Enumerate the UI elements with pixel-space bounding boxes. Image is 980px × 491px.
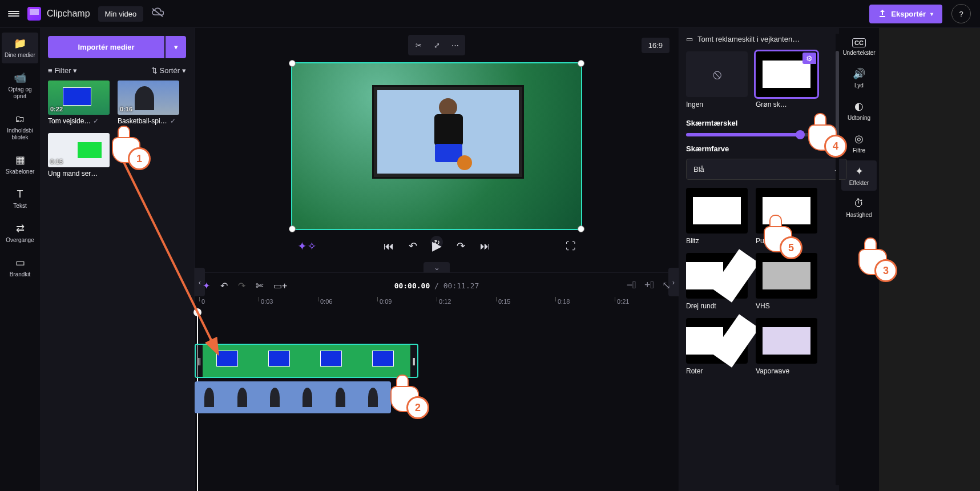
media-name: Ung mand ser…	[48, 170, 98, 178]
effect-vaporwave[interactable]: Vaporwave	[756, 318, 817, 375]
adjust-icon[interactable]: ⚙︎	[802, 53, 816, 64]
media-name: Basketball-spil…	[118, 117, 168, 125]
help-button[interactable]: ?	[951, 4, 971, 23]
left-nav-rail: 📁Dine medier 📹Optag og opret 🗂︎Indholdsb…	[0, 28, 40, 491]
cc-icon: CC	[852, 38, 866, 47]
properties-scrollbar[interactable]	[836, 34, 839, 485]
preview-canvas[interactable]: ↻	[291, 62, 582, 230]
timeline-clip[interactable]	[195, 381, 391, 413]
chevron-down-icon: ▾	[930, 11, 933, 17]
media-thumbnail: 0:16	[118, 81, 179, 115]
screen-color-dropdown[interactable]: Blå ⌄	[686, 159, 847, 180]
aspect-ratio-button[interactable]: 16:9	[642, 38, 670, 53]
play-button[interactable]: ▶	[432, 239, 442, 253]
skip-start-button[interactable]: ⏮	[384, 240, 394, 252]
nav-text[interactable]: TTekst	[2, 183, 38, 214]
tab-speed[interactable]: ⏱Hastighed	[841, 193, 877, 223]
fullscreen-button[interactable]: ⛶	[566, 240, 576, 252]
text-icon: T	[14, 188, 26, 200]
tab-filters[interactable]: ◎Filtre	[841, 128, 877, 158]
media-thumbnail: 0:22	[48, 81, 110, 115]
export-button[interactable]: Eksportér ▾	[869, 5, 942, 23]
effect-blitz[interactable]: Blitz	[686, 188, 748, 245]
effect-preset-greenscreen[interactable]: ⚙︎ Grøn sk…	[756, 51, 817, 108]
effect-thumbnail	[686, 318, 748, 364]
stage-more-button[interactable]: ⋯	[446, 36, 464, 54]
properties-panel: ▭ Tomt reklameskilt i vejkanten… ⦸ Ingen…	[679, 28, 839, 491]
media-panel: Importér medier ▾ ≡Filter▾ ⇅Sortér▾ 0:22…	[40, 28, 195, 491]
collapse-timeline-button[interactable]: ⌄	[424, 262, 450, 272]
selection-handle[interactable]	[289, 60, 296, 67]
nav-templates[interactable]: ▦Skabeloner	[2, 149, 38, 180]
nav-brandkit[interactable]: ▭Brandkit	[2, 252, 38, 283]
effect-drej-rundt[interactable]: Drej rundt	[686, 253, 748, 310]
check-icon: ✓	[170, 117, 176, 125]
clip-trim-right[interactable]: ‖	[410, 345, 417, 377]
effect-thumbnail	[686, 253, 748, 299]
skip-end-button[interactable]: ⏭	[480, 240, 490, 252]
app-name: Clipchamp	[47, 9, 90, 19]
app-logo: Clipchamp	[27, 7, 90, 21]
zoom-fit-button[interactable]: ⤡	[662, 279, 671, 292]
nav-record-create[interactable]: 📹Optag og opret	[2, 67, 38, 104]
effect-roter[interactable]: Roter	[686, 318, 748, 375]
media-name: Tom vejside…	[48, 117, 91, 125]
ai-sparkle-button[interactable]: ✦✧	[297, 239, 317, 253]
crop-tool-button[interactable]: ✂︎	[409, 36, 428, 54]
chevron-down-icon: ▾	[182, 66, 186, 75]
filter-button[interactable]: ≡Filter▾	[48, 66, 77, 75]
media-item[interactable]: 0:22 Tom vejside…✓	[48, 81, 110, 125]
add-track-button[interactable]: ▭+	[273, 280, 287, 291]
folder-icon: 📁	[14, 37, 26, 50]
video-title-input[interactable]: Min video	[98, 6, 144, 22]
camera-icon: 📹	[14, 71, 26, 84]
forward-5s-button[interactable]: ↷	[457, 240, 465, 252]
timeline-ruler[interactable]: 0 0:03 0:06 0:09 0:12 0:15 0:18 0:21	[197, 298, 679, 312]
transitions-icon: ⇄	[14, 222, 26, 235]
filter-icon: ≡	[48, 66, 53, 75]
menu-button[interactable]	[0, 0, 27, 27]
effect-pulse[interactable]: Pulse	[756, 188, 817, 245]
selection-handle[interactable]	[578, 60, 584, 67]
screen-color-label: Skærmfarve	[686, 144, 832, 153]
zoom-out-button[interactable]: −⃝	[627, 279, 636, 292]
clipchamp-icon	[27, 7, 41, 21]
undo-button[interactable]: ↶	[220, 280, 228, 291]
speed-icon: ⏱	[854, 198, 864, 210]
fit-tool-button[interactable]: ⤢	[428, 36, 446, 54]
tab-audio[interactable]: 🔊Lyd	[841, 63, 877, 93]
import-media-button[interactable]: Importér medier	[48, 36, 164, 58]
fade-icon: ◐	[854, 100, 864, 112]
rewind-5s-button[interactable]: ↶	[409, 240, 417, 252]
split-button[interactable]: ✄	[256, 280, 263, 291]
export-label: Eksportér	[891, 10, 926, 18]
nav-your-media[interactable]: 📁Dine medier	[2, 33, 38, 63]
effects-icon: ✦	[855, 165, 864, 178]
effect-thumbnail	[756, 188, 817, 234]
tab-subtitles[interactable]: CCUndertekster	[841, 34, 877, 61]
effect-vhs[interactable]: VHS	[756, 253, 817, 310]
screen-threshold-slider[interactable]	[686, 133, 832, 136]
redo-button[interactable]: ↷	[238, 280, 245, 291]
library-icon: 🗂︎	[14, 112, 26, 125]
sort-button[interactable]: ⇅Sortér▾	[151, 66, 186, 75]
effect-preset-none[interactable]: ⦸ Ingen	[686, 51, 748, 108]
media-item[interactable]: 0:16 Basketball-spil…✓	[118, 81, 179, 125]
clip-trim-left[interactable]: ‖	[196, 345, 203, 377]
chevron-down-icon: ▾	[73, 66, 77, 75]
templates-icon: ▦	[14, 154, 26, 166]
zoom-in-button[interactable]: +⃝	[644, 279, 654, 292]
upload-icon	[878, 9, 886, 19]
timeline: ✦ ↶ ↷ ✄ ▭+ 00:00.00 / 00:11.27 −⃝ +⃝ ⤡ 0	[195, 272, 679, 491]
tab-fade[interactable]: ◐Udtoning	[841, 95, 877, 126]
timeline-ai-button[interactable]: ✦	[203, 280, 210, 291]
audio-icon: 🔊	[853, 67, 865, 80]
nav-content-library[interactable]: 🗂︎Indholdsbi bliotek	[2, 108, 38, 146]
right-rail: CCUndertekster 🔊Lyd ◐Udtoning ◎Filtre ✦E…	[839, 28, 879, 491]
timeline-clip[interactable]: ‖ 🔊 ‖	[195, 344, 418, 378]
nav-transitions[interactable]: ⇄Overgange	[2, 218, 38, 248]
media-item[interactable]: 0:15 Ung mand ser…	[48, 133, 110, 178]
effect-thumbnail	[686, 188, 748, 234]
cloud-sync-off-icon[interactable]	[151, 7, 164, 21]
import-media-menu-button[interactable]: ▾	[166, 36, 186, 58]
